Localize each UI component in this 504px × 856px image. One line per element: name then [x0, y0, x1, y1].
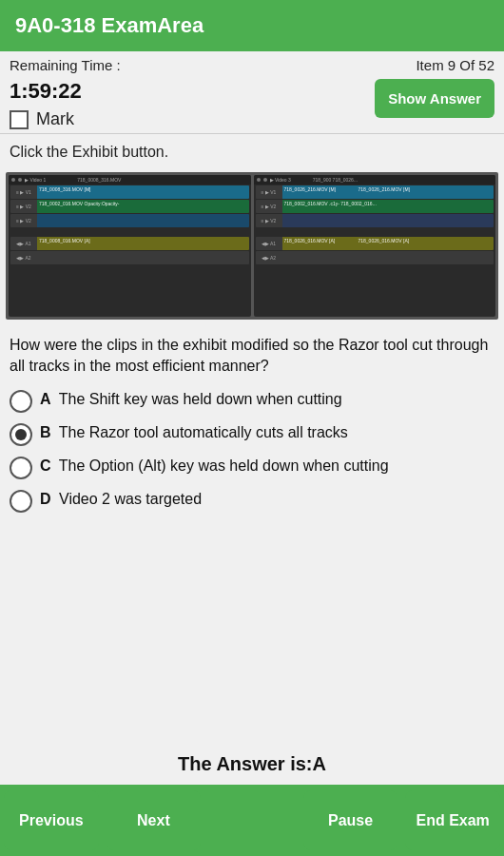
option-text-a: A The Shift key was held down when cutti…: [40, 389, 342, 410]
radio-d[interactable]: [10, 490, 32, 513]
options-container: A The Shift key was held down when cutti…: [10, 389, 494, 513]
mark-label: Mark: [36, 109, 74, 129]
option-text-c: C The Option (Alt) key was held down whe…: [40, 456, 389, 477]
timer-display: 1:59:22: [10, 79, 82, 104]
app-header: 9A0-318 ExamArea: [0, 0, 504, 51]
exhibit-panel-right: ▶ Video 3 718_900 718_0026... ≡ ▶ V1 718…: [254, 175, 496, 317]
exhibit-panel-left: ▶ Video 1 718_0008_316.MOV ≡ ▶ V1 718_00…: [9, 175, 251, 317]
radio-b[interactable]: [10, 423, 32, 446]
timer-block: 1:59:22 Mark: [10, 79, 82, 129]
end-exam-button[interactable]: End Exam: [405, 790, 500, 850]
previous-button[interactable]: Previous: [4, 790, 99, 850]
option-text-b: B The Razor tool automatically cuts all …: [40, 422, 348, 443]
option-row-d[interactable]: D Video 2 was targeted: [10, 489, 494, 513]
show-answer-button[interactable]: Show Answer: [375, 79, 494, 118]
bottom-nav: Previous Next Pause End Exam: [0, 785, 504, 856]
pause-button[interactable]: Pause: [303, 790, 398, 850]
radio-c[interactable]: [10, 457, 32, 479]
exhibit-area: ▶ Video 1 718_0008_316.MOV ≡ ▶ V1 718_00…: [6, 172, 498, 320]
timer-row: 1:59:22 Mark Show Answer: [0, 75, 504, 133]
option-text-d: D Video 2 was targeted: [40, 489, 202, 510]
option-row-b[interactable]: B The Razor tool automatically cuts all …: [10, 422, 494, 446]
answer-reveal: The Answer is:A: [0, 744, 504, 785]
question-area: How were the clips in the exhibit modifi…: [0, 325, 504, 744]
meta-row: Remaining Time : Item 9 Of 52: [0, 51, 504, 75]
option-row-a[interactable]: A The Shift key was held down when cutti…: [10, 389, 494, 413]
next-button[interactable]: Next: [107, 790, 202, 850]
answer-reveal-text: The Answer is:A: [178, 753, 326, 774]
option-row-c[interactable]: C The Option (Alt) key was held down whe…: [10, 456, 494, 479]
mark-row: Mark: [10, 109, 82, 129]
mark-checkbox[interactable]: [10, 110, 29, 129]
question-text: How were the clips in the exhibit modifi…: [10, 335, 494, 378]
item-info: Item 9 Of 52: [416, 57, 494, 73]
radio-a[interactable]: [10, 390, 32, 413]
remaining-label: Remaining Time :: [10, 57, 121, 73]
app-title: 9A0-318 ExamArea: [15, 13, 489, 38]
nav-spacer: [204, 785, 300, 856]
exhibit-instruction: Click the Exhibit button.: [0, 134, 504, 166]
